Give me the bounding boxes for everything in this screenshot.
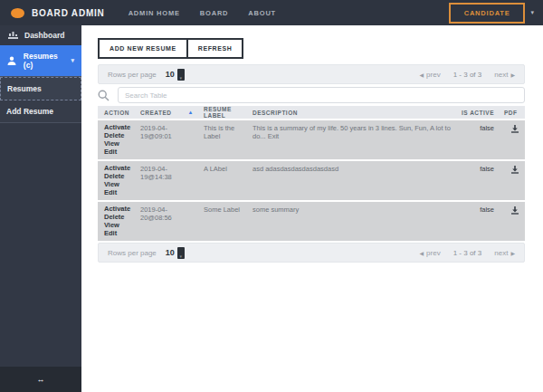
download-pdf-icon[interactable]	[498, 165, 525, 196]
sidebar: Dashboard Resumes (c) ▾ Resumes Add Resu…	[0, 25, 81, 392]
resize-arrows-icon: ↔	[37, 375, 45, 384]
table-row: Activate Delete View Edit 2019-04-19@14:…	[98, 161, 525, 200]
cell-description: asd adasdasdasdasdasdasd	[246, 165, 452, 196]
page-range-label: 1 - 3 of 3	[453, 249, 482, 257]
table-row: Activate Delete View Edit 2019-04-20@08:…	[98, 202, 525, 241]
column-header-resume-label[interactable]: RESUME LABEL	[197, 106, 246, 119]
next-arrow-icon: ▶	[510, 72, 515, 78]
cell-is-active: false	[452, 124, 498, 156]
download-pdf-icon[interactable]	[498, 206, 525, 237]
search-row	[98, 86, 525, 104]
add-new-resume-button[interactable]: ADD NEW RESUME	[98, 38, 188, 59]
nav-item-about[interactable]: ABOUT	[248, 9, 276, 17]
chevron-down-icon: ▾	[71, 57, 74, 64]
cell-created: 2019-04-20@08:56	[134, 206, 197, 237]
cell-is-active: false	[452, 165, 498, 196]
cell-description: This is a summary of my life. 50 years i…	[246, 124, 452, 156]
sort-asc-icon: ▲	[188, 110, 194, 115]
rows-per-page-value: 10	[166, 248, 175, 257]
prev-arrow-icon: ◀	[419, 72, 424, 78]
prev-arrow-icon: ◀	[419, 250, 424, 256]
rows-per-page-label: Rows per page	[108, 71, 157, 79]
cell-created: 2019-04-19@14:38	[134, 165, 197, 196]
prev-page-button[interactable]: ◀ prev	[419, 71, 440, 79]
cell-resume-label: A LAbel	[197, 165, 246, 196]
nav-item-admin-home[interactable]: ADMIN HOME	[129, 9, 180, 17]
rows-per-page-label: Rows per page	[108, 249, 157, 257]
next-page-button[interactable]: next ▶	[494, 249, 515, 257]
rows-per-page-select[interactable]: ▾	[177, 247, 185, 259]
sidebar-item-dashboard[interactable]: Dashboard	[0, 25, 81, 45]
cell-created: 2019-04-19@09:01	[134, 124, 197, 156]
download-pdf-icon[interactable]	[498, 124, 525, 156]
brand-logo-icon	[11, 8, 24, 18]
sidebar-subitem-resumes[interactable]: Resumes	[0, 77, 81, 100]
sidebar-item-label: Dashboard	[24, 31, 64, 40]
prev-page-button[interactable]: ◀ prev	[419, 249, 440, 257]
toolbar: ADD NEW RESUME REFRESH	[98, 38, 525, 59]
sidebar-subitem-add-resume[interactable]: Add Resume	[0, 100, 81, 122]
next-page-button[interactable]: next ▶	[494, 71, 515, 79]
activate-link[interactable]: Activate	[104, 124, 134, 131]
pagination-bar-top: Rows per page 10 ▾ ◀ prev 1 - 3 of 3 nex…	[98, 64, 525, 84]
table-row: Activate Delete View Edit 2019-04-19@09:…	[98, 120, 525, 159]
cell-resume-label: Some Label	[197, 206, 246, 237]
cell-is-active: false	[452, 206, 498, 237]
chart-icon	[7, 31, 18, 40]
edit-link[interactable]: Edit	[104, 230, 134, 237]
pagination-bar-bottom: Rows per page 10 ▾ ◀ prev 1 - 3 of 3 nex…	[98, 243, 525, 263]
table-header: ACTION CREATED ▲ RESUME LABEL DESCRIPTIO…	[98, 106, 525, 119]
sidebar-item-resumes[interactable]: Resumes (c) ▾	[0, 45, 81, 76]
navbar-menu: ADMIN HOME BOARD ABOUT	[129, 9, 276, 17]
sidebar-submenu: Resumes Add Resume	[0, 76, 81, 123]
nav-item-board[interactable]: BOARD	[200, 9, 229, 17]
column-header-created[interactable]: CREATED ▲	[134, 110, 197, 116]
user-icon	[7, 56, 17, 65]
view-link[interactable]: View	[104, 181, 134, 188]
delete-link[interactable]: Delete	[104, 132, 134, 139]
main-content: ADD NEW RESUME REFRESH Rows per page 10 …	[81, 25, 543, 392]
edit-link[interactable]: Edit	[104, 148, 134, 156]
candidate-button[interactable]: CANDIDATE	[449, 3, 526, 24]
page-range-label: 1 - 3 of 3	[453, 71, 482, 79]
activate-link[interactable]: Activate	[104, 206, 134, 213]
rows-per-page-select[interactable]: ▾	[177, 69, 185, 81]
sidebar-item-label: Resumes (c)	[24, 52, 65, 70]
refresh-button[interactable]: REFRESH	[186, 38, 244, 59]
user-dropdown-caret-icon[interactable]: ▾	[530, 9, 534, 16]
top-navbar: BOARD ADMIN ADMIN HOME BOARD ABOUT CANDI…	[0, 0, 543, 25]
search-icon[interactable]	[98, 90, 118, 101]
rows-per-page-value: 10	[166, 70, 175, 79]
next-arrow-icon: ▶	[510, 250, 515, 256]
app-window: BOARD ADMIN ADMIN HOME BOARD ABOUT CANDI…	[0, 0, 543, 392]
column-header-action[interactable]: ACTION	[98, 110, 134, 116]
column-header-is-active[interactable]: IS ACTIVE	[452, 110, 498, 116]
column-header-pdf[interactable]: PDF	[498, 110, 525, 116]
column-header-description[interactable]: DESCRIPTION	[246, 110, 452, 116]
cell-resume-label: This is the Label	[197, 124, 246, 156]
delete-link[interactable]: Delete	[104, 173, 134, 180]
delete-link[interactable]: Delete	[104, 214, 134, 221]
search-input[interactable]	[118, 87, 525, 103]
view-link[interactable]: View	[104, 140, 134, 148]
brand-title: BOARD ADMIN	[32, 8, 105, 18]
cell-description: some summary	[246, 206, 452, 237]
activate-link[interactable]: Activate	[104, 165, 134, 172]
edit-link[interactable]: Edit	[104, 189, 134, 196]
view-link[interactable]: View	[104, 222, 134, 229]
sidebar-collapse-toggle[interactable]: ↔	[0, 367, 81, 392]
